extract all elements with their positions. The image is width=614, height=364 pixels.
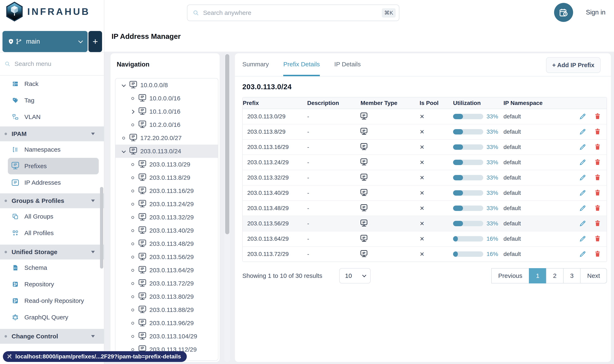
edit-button[interactable]	[579, 220, 586, 227]
cell-prefix[interactable]: 203.0.113.64/29	[243, 235, 307, 242]
tree-marker-icon[interactable]	[130, 281, 135, 286]
tree-marker-icon[interactable]	[121, 135, 126, 141]
cell-prefix[interactable]: 203.0.113.16/29	[243, 144, 307, 150]
tree-item[interactable]: IP 172.20.20.0/27	[116, 131, 218, 145]
tree-item[interactable]: IP 10.0.0.0/8	[116, 78, 218, 92]
table-row[interactable]: 203.0.113.48/29 - IP ✕ 33% default	[243, 201, 607, 216]
sidebar-item-rack[interactable]: Rack	[0, 76, 104, 92]
tree-item[interactable]: IP 203.0.113.96/29	[116, 316, 218, 330]
table-row[interactable]: 203.0.113.0/29 - IP ✕ 33% default	[243, 109, 607, 124]
tab-summary[interactable]: Summary	[242, 53, 269, 76]
page-button[interactable]: Previous	[491, 268, 530, 284]
sidebar-section-change-control[interactable]: Change Control	[0, 329, 104, 344]
tab-prefix-details[interactable]: Prefix Details	[283, 53, 320, 76]
page-button[interactable]: 3	[563, 268, 581, 284]
add-ip-prefix-button[interactable]: + Add IP Prefix	[546, 57, 601, 73]
table-row[interactable]: 203.0.113.16/29 - IP ✕ 33% default	[243, 140, 607, 155]
tree-item[interactable]: IP 203.0.113.24/29	[116, 197, 218, 211]
column-header[interactable]: Description	[307, 100, 361, 106]
sidebar-item-tag[interactable]: Tag	[0, 92, 104, 109]
sidebar-item-namespaces[interactable]: Namespaces	[0, 141, 104, 158]
edit-button[interactable]	[579, 143, 586, 151]
delete-button[interactable]	[594, 220, 601, 227]
tree-marker-icon[interactable]	[130, 307, 135, 312]
delete-button[interactable]	[594, 174, 601, 181]
edit-button[interactable]	[579, 128, 586, 135]
tree-marker-icon[interactable]	[130, 215, 135, 220]
delete-button[interactable]	[594, 205, 601, 212]
table-row[interactable]: 203.0.113.8/29 - IP ✕ 33% default	[243, 124, 607, 140]
page-size-select[interactable]: 10	[339, 268, 371, 284]
tree-marker-icon[interactable]	[121, 82, 126, 88]
column-header[interactable]: Is Pool	[419, 100, 453, 106]
tree-marker-icon[interactable]	[130, 268, 135, 273]
table-row[interactable]: 203.0.113.40/29 - IP ✕ 33% default	[243, 185, 607, 201]
cell-prefix[interactable]: 203.0.113.8/29	[243, 129, 307, 135]
edit-button[interactable]	[579, 113, 586, 120]
edit-button[interactable]	[579, 159, 586, 166]
table-row[interactable]: 203.0.113.24/29 - IP ✕ 33% default	[243, 155, 607, 170]
tree-marker-icon[interactable]	[130, 175, 135, 180]
delete-button[interactable]	[594, 250, 601, 258]
edit-button[interactable]	[579, 235, 586, 243]
delete-button[interactable]	[594, 143, 601, 151]
table-row[interactable]: 203.0.113.32/29 - IP ✕ 33% default	[243, 170, 607, 185]
tree-marker-icon[interactable]	[121, 149, 126, 154]
tree-item[interactable]: IP 10.2.0.0/16	[116, 118, 218, 131]
table-row[interactable]: 203.0.113.64/29 - IP ✕ 16% default	[243, 231, 607, 247]
cell-prefix[interactable]: 203.0.113.40/29	[243, 190, 307, 196]
tree-item[interactable]: IP 203.0.113.64/29	[116, 264, 218, 277]
tree-item[interactable]: IP 203.0.113.0/29	[116, 158, 218, 171]
edit-button[interactable]	[579, 174, 586, 181]
tree-item[interactable]: IP 203.0.113.48/29	[116, 237, 218, 250]
global-search[interactable]: ⌘K	[187, 5, 399, 21]
sidebar-item-vlan[interactable]: VLAN	[0, 109, 104, 125]
sidebar-item-graphql-query[interactable]: GraphQL Query	[0, 309, 104, 325]
tree-item[interactable]: IP 203.0.113.40/29	[116, 224, 218, 237]
tree-marker-icon[interactable]	[130, 241, 135, 247]
tree-scrollbar-thumb[interactable]	[225, 54, 229, 234]
cell-prefix[interactable]: 203.0.113.48/29	[243, 205, 307, 211]
tree-item[interactable]: IP 203.0.113.16/29	[116, 184, 218, 197]
tree-item[interactable]: IP 10.1.0.0/16	[116, 105, 218, 118]
tree-item[interactable]: IP 203.0.113.104/29	[116, 330, 218, 343]
sidebar-section-unified-storage[interactable]: Unified Storage	[0, 245, 104, 260]
tree-item[interactable]: IP 203.0.113.32/29	[116, 211, 218, 224]
tree-marker-icon[interactable]	[130, 228, 135, 233]
tree-marker-icon[interactable]	[130, 254, 135, 260]
tree-marker-icon[interactable]	[130, 188, 135, 194]
sidebar-item-readonly-repository[interactable]: Read-only Repository	[0, 293, 104, 309]
sidebar-item-schema[interactable]: Schema	[0, 260, 104, 276]
time-travel-button[interactable]	[554, 3, 573, 22]
sidebar-item-all-profiles[interactable]: All Profiles	[0, 225, 104, 241]
sidebar-item-ip-addresses[interactable]: IP IP Addresses	[0, 174, 104, 191]
tree-item[interactable]: IP 203.0.113.72/29	[116, 277, 218, 290]
tree-marker-icon[interactable]	[130, 294, 135, 299]
page-button[interactable]: 2	[546, 268, 564, 284]
delete-button[interactable]	[594, 189, 601, 197]
cell-prefix[interactable]: 203.0.113.56/29	[243, 220, 307, 227]
sidebar-section-ipam[interactable]: IPAM	[0, 126, 104, 141]
edit-button[interactable]	[579, 189, 586, 197]
menu-search[interactable]	[0, 52, 104, 76]
sidebar-scrollbar[interactable]	[100, 187, 103, 269]
sidebar-item-repository[interactable]: Repository	[0, 276, 104, 293]
tree-marker-icon[interactable]	[130, 122, 135, 128]
page-button[interactable]: 1	[529, 268, 547, 284]
table-row[interactable]: 203.0.113.72/29 - IP ✕ 16% default	[243, 247, 607, 261]
table-row[interactable]: 203.0.113.56/29 - IP ✕ 33% default	[243, 216, 607, 231]
cell-prefix[interactable]: 203.0.113.0/29	[243, 113, 307, 120]
sidebar-item-all-groups[interactable]: All Groups	[0, 208, 104, 225]
edit-button[interactable]	[579, 205, 586, 212]
cell-prefix[interactable]: 203.0.113.32/29	[243, 174, 307, 181]
delete-button[interactable]	[594, 235, 601, 243]
tree-marker-icon[interactable]	[130, 201, 135, 207]
column-header[interactable]: Member Type	[361, 100, 419, 106]
tree-marker-icon[interactable]	[130, 109, 135, 114]
tree-marker-icon[interactable]	[130, 96, 135, 101]
page-button[interactable]: Next	[580, 268, 607, 284]
cell-prefix[interactable]: 203.0.113.24/29	[243, 159, 307, 166]
tree-marker-icon[interactable]	[130, 162, 135, 167]
sidebar-section-groups-profiles[interactable]: Groups & Profiles	[0, 193, 104, 208]
column-header[interactable]: IP Namespace	[503, 100, 574, 106]
